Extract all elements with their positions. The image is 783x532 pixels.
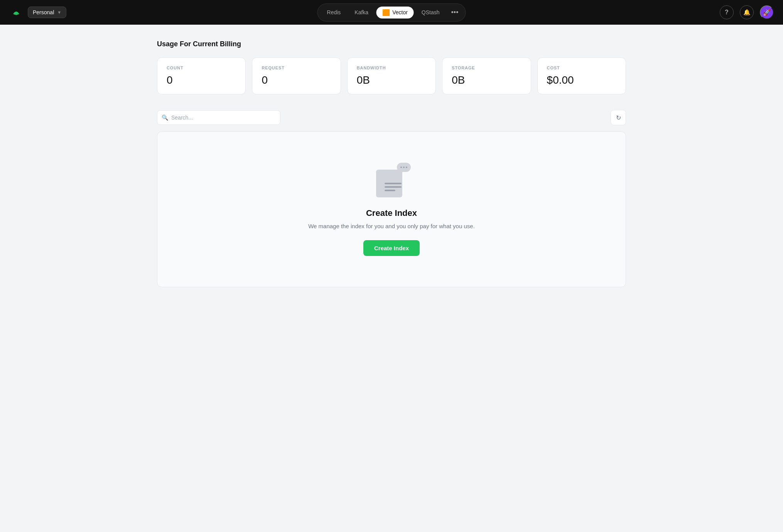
tab-vector-label: Vector <box>392 9 408 15</box>
stats-grid: COUNT 0 REQUEST 0 BANDWIDTH 0B STORAGE 0… <box>157 57 626 94</box>
stat-card-count: COUNT 0 <box>157 57 246 94</box>
document-icon <box>376 170 402 197</box>
chat-dot-2 <box>403 167 405 168</box>
search-wrapper: 🔍 <box>157 110 280 125</box>
stat-request-value: 0 <box>262 74 331 86</box>
upstash-logo <box>9 5 23 19</box>
tab-redis-label: Redis <box>327 9 341 15</box>
user-avatar[interactable]: 🚀 <box>760 5 774 19</box>
chevron-down-icon: ▼ <box>57 10 61 15</box>
search-row: 🔍 ↻ <box>157 110 626 125</box>
tab-qstash[interactable]: QStash <box>415 7 446 18</box>
main-content: Usage For Current Billing COUNT 0 REQUES… <box>145 25 638 303</box>
tab-more-button[interactable]: ••• <box>447 6 462 19</box>
stat-request-label: REQUEST <box>262 66 331 70</box>
chat-dot-1 <box>400 167 402 168</box>
doc-line-2 <box>385 186 402 188</box>
workspace-label: Personal <box>33 9 54 15</box>
tab-redis[interactable]: Redis <box>321 7 347 18</box>
nav-tabs: Redis Kafka 🟧 Vector QStash ••• <box>317 3 466 22</box>
bell-icon: 🔔 <box>743 9 751 16</box>
help-button[interactable]: ? <box>720 5 734 19</box>
billing-section-title: Usage For Current Billing <box>157 40 626 48</box>
stat-cost-label: COST <box>547 66 616 70</box>
more-icon: ••• <box>451 8 459 16</box>
notifications-button[interactable]: 🔔 <box>740 5 754 19</box>
search-icon: 🔍 <box>162 114 168 121</box>
tab-kafka[interactable]: Kafka <box>348 7 375 18</box>
empty-state-title: Create Index <box>366 208 417 218</box>
tab-qstash-label: QStash <box>422 9 440 15</box>
refresh-button[interactable]: ↻ <box>611 110 626 125</box>
stat-bandwidth-label: BANDWIDTH <box>357 66 426 70</box>
workspace-selector[interactable]: Personal ▼ <box>28 7 66 18</box>
stat-count-label: COUNT <box>167 66 236 70</box>
refresh-icon: ↻ <box>616 114 621 121</box>
tab-vector[interactable]: 🟧 Vector <box>376 7 414 19</box>
avatar-icon: 🚀 <box>763 9 771 16</box>
vector-icon: 🟧 <box>382 9 390 16</box>
create-index-label: Create Index <box>374 245 409 251</box>
empty-state: Create Index We manage the index for you… <box>157 131 626 287</box>
stat-count-value: 0 <box>167 74 236 86</box>
stat-card-bandwidth: BANDWIDTH 0B <box>347 57 436 94</box>
search-input[interactable] <box>157 110 280 125</box>
empty-state-subtitle: We manage the index for you and you only… <box>308 223 475 229</box>
chat-dot-3 <box>406 167 407 168</box>
document-lines <box>385 183 402 191</box>
stat-card-request: REQUEST 0 <box>252 57 341 94</box>
help-icon: ? <box>725 9 729 16</box>
stat-cost-value: $0.00 <box>547 74 616 86</box>
stat-bandwidth-value: 0B <box>357 74 426 86</box>
tab-kafka-label: Kafka <box>354 9 368 15</box>
stat-card-storage: STORAGE 0B <box>442 57 531 94</box>
doc-line-3 <box>385 190 395 191</box>
empty-illustration <box>372 163 411 197</box>
navbar: Personal ▼ Redis Kafka 🟧 Vector QStash •… <box>0 0 783 25</box>
nav-left: Personal ▼ <box>9 5 66 19</box>
nav-right: ? 🔔 🚀 <box>720 5 774 19</box>
create-index-button[interactable]: Create Index <box>363 240 420 256</box>
stat-storage-value: 0B <box>452 74 521 86</box>
stat-card-cost: COST $0.00 <box>537 57 626 94</box>
stat-storage-label: STORAGE <box>452 66 521 70</box>
doc-line-1 <box>385 183 402 184</box>
